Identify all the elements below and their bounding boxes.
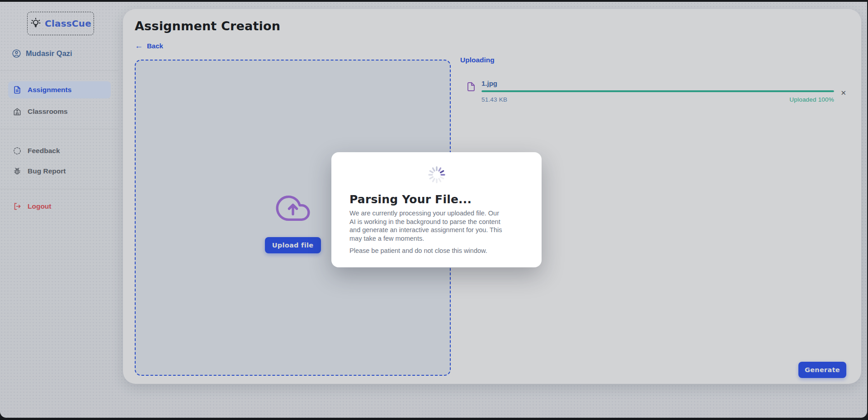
parsing-modal: Parsing Your File... We are currently pr… [331,152,542,267]
modal-body: We are currently processing your uploade… [349,209,524,243]
modal-note: Please be patient and do not close this … [349,247,524,254]
modal-title: Parsing Your File... [349,193,524,206]
spinner-icon [349,165,524,185]
app-window: ClassCue Mudasir Qazi Assignme [0,2,867,418]
